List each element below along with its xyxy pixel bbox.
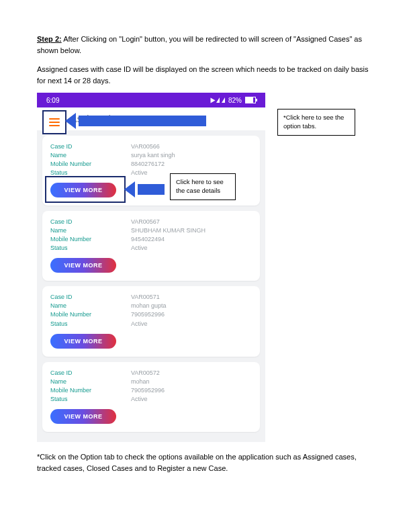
phone-status-bar: 6:09 82% bbox=[37, 93, 265, 107]
hamburger-icon bbox=[49, 118, 60, 126]
view-more-label: VIEW MORE bbox=[64, 413, 102, 420]
battery-icon bbox=[245, 97, 256, 103]
status-time: 6:09 bbox=[46, 97, 59, 104]
case-card: Case IDVAR00567 NameSHUBHAM KUMAR SINGH … bbox=[42, 211, 260, 281]
view-more-button[interactable]: VIEW MORE bbox=[50, 183, 116, 197]
label-name: Name bbox=[50, 378, 131, 386]
menu-button[interactable] bbox=[42, 110, 66, 134]
value-case-id: VAR00571 bbox=[131, 293, 160, 302]
step-label: Step 2: bbox=[37, 35, 62, 43]
value-mobile: 8840276172 bbox=[131, 160, 165, 169]
view-more-label: VIEW MORE bbox=[64, 262, 102, 269]
label-case-id: Case ID bbox=[50, 218, 131, 226]
label-case-id: Case ID bbox=[50, 369, 131, 378]
battery-percent: 82% bbox=[228, 97, 242, 104]
view-more-button[interactable]: VIEW MORE bbox=[50, 409, 116, 424]
label-case-id: Case ID bbox=[50, 142, 131, 151]
wifi-icon bbox=[210, 97, 215, 103]
label-case-id: Case ID bbox=[50, 293, 131, 302]
callout-viewmore: Click here to see the case details bbox=[170, 173, 236, 200]
value-status: Active bbox=[131, 169, 148, 177]
label-name: Name bbox=[50, 151, 131, 160]
step-text-1: After Clicking on "Login" button, you wi… bbox=[37, 35, 362, 54]
value-mobile: 7905952996 bbox=[131, 386, 165, 395]
value-name: SHUBHAM KUMAR SINGH bbox=[131, 226, 205, 235]
label-mobile: Mobile Number bbox=[50, 386, 131, 395]
view-more-label: VIEW MORE bbox=[64, 338, 102, 345]
label-name: Name bbox=[50, 302, 131, 310]
value-status: Active bbox=[131, 395, 148, 404]
signal-icon bbox=[216, 97, 220, 103]
value-name: mohan bbox=[131, 378, 150, 386]
value-status: Active bbox=[131, 320, 148, 328]
value-mobile: 9454022494 bbox=[131, 235, 165, 244]
callout-options: *Click here to see the option tabs. bbox=[277, 109, 355, 136]
label-status: Status bbox=[50, 169, 131, 177]
footnote: *Click on the Option tab to check the op… bbox=[37, 451, 374, 474]
value-status: Active bbox=[131, 244, 148, 253]
label-mobile: Mobile Number bbox=[50, 160, 131, 169]
step-subtext: Assigned cases with case ID will be disp… bbox=[37, 64, 374, 86]
view-more-label: VIEW MORE bbox=[64, 187, 102, 193]
step-heading: Step 2: After Clicking on "Login" button… bbox=[37, 34, 374, 56]
label-status: Status bbox=[50, 244, 131, 253]
label-mobile: Mobile Number bbox=[50, 310, 131, 319]
view-more-button[interactable]: VIEW MORE bbox=[50, 334, 116, 349]
value-case-id: VAR00566 bbox=[131, 142, 160, 151]
label-name: Name bbox=[50, 226, 131, 235]
signal-icon-2 bbox=[222, 97, 225, 103]
label-mobile: Mobile Number bbox=[50, 235, 131, 244]
value-mobile: 7905952996 bbox=[131, 310, 165, 319]
case-card: Case IDVAR00572 Namemohan Mobile Number7… bbox=[42, 362, 260, 432]
value-case-id: VAR00567 bbox=[131, 218, 160, 226]
label-status: Status bbox=[50, 320, 131, 328]
value-name: mohan gupta bbox=[131, 302, 167, 310]
label-status: Status bbox=[50, 395, 131, 404]
phone-mock: 6:09 82% Assigned Cases bbox=[37, 93, 265, 442]
value-case-id: VAR00572 bbox=[131, 369, 160, 378]
case-card: Case IDVAR00571 Namemohan gupta Mobile N… bbox=[42, 286, 260, 356]
value-name: surya kant singh bbox=[131, 151, 175, 160]
status-icons: 82% bbox=[210, 97, 256, 104]
view-more-button[interactable]: VIEW MORE bbox=[50, 258, 116, 273]
